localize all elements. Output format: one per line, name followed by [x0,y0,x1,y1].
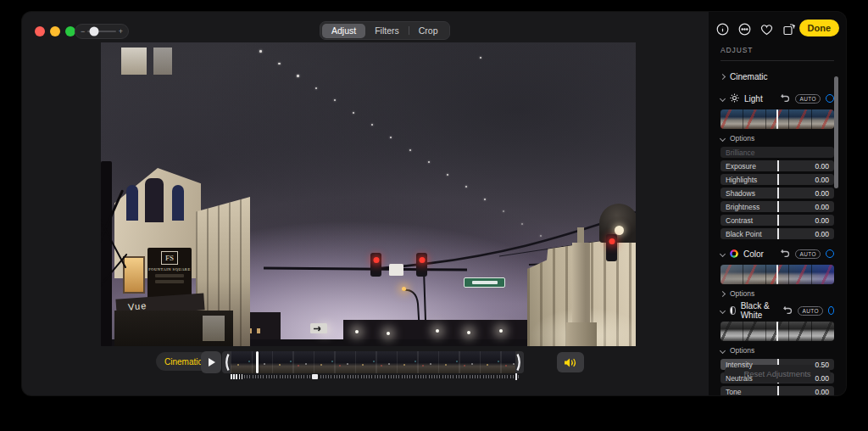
slider-label: Shadows [726,189,755,198]
section-black-white[interactable]: Black & White AUTO [721,304,834,317]
slider-brightness[interactable]: Brightness 0.00 [721,201,834,212]
slider-handle[interactable] [777,188,779,199]
slider-handle[interactable] [777,174,779,185]
trim-handle-left[interactable] [222,351,231,373]
slider-exposure[interactable]: Exposure 0.00 [721,160,834,171]
section-color[interactable]: Color AUTO [721,247,834,260]
slider-label: Neutrals [726,374,753,383]
fs-sign-line [155,280,184,283]
monument-statue [577,227,584,244]
enabled-toggle[interactable] [826,94,834,103]
color-options-toggle[interactable]: Options [721,288,834,299]
minimize-button[interactable] [50,26,60,36]
ellipsis-icon [738,23,751,36]
auto-button[interactable]: AUTO [798,306,823,316]
video-scrubber[interactable] [222,351,524,373]
fs-monogram: FS [161,251,178,265]
slider-black-point[interactable]: Black Point 0.00 [721,228,834,239]
slider-handle[interactable] [777,160,779,171]
slider-contrast[interactable]: Contrast 0.00 [721,215,834,226]
tab-filters[interactable]: Filters [365,24,409,38]
slider-highlights[interactable]: Highlights 0.00 [721,174,834,185]
chevron-down-icon [720,135,726,141]
undo-button[interactable] [781,93,790,104]
chevron-down-icon [720,95,726,101]
rotate-icon [782,23,795,36]
street-lamp [402,287,406,291]
chevron-down-icon [720,347,726,353]
mute-button[interactable] [557,352,584,372]
zoom-in-icon[interactable]: + [119,28,123,36]
chevron-right-icon [720,73,726,79]
edit-mode-tabs: Adjust Filters Crop [320,21,450,40]
options-label: Options [730,289,754,298]
section-light[interactable]: Light AUTO [721,92,834,105]
timeline-ticks[interactable] [231,375,519,378]
play-icon [209,358,215,367]
info-button[interactable] [715,22,730,36]
bw-preview-strip[interactable] [721,322,834,341]
undo-button[interactable] [781,249,790,259]
tab-adjust[interactable]: Adjust [322,24,365,38]
undo-button[interactable] [783,305,793,316]
slider-handle[interactable] [777,228,779,239]
slider-label: Black Point [726,230,762,238]
sidebar-scrollbar[interactable] [834,76,838,188]
monument-base [566,322,597,346]
trim-handle-right[interactable] [515,351,524,373]
dome [599,204,636,243]
close-button[interactable] [35,26,45,36]
light-options-toggle[interactable]: Options [721,132,834,144]
street-name-sign [464,277,505,288]
light-preview-strip[interactable] [721,109,834,129]
tab-crop[interactable]: Crop [409,24,448,38]
heart-icon [760,24,773,36]
color-icon [730,249,738,258]
clock-face [615,226,624,235]
street-light-glow [467,331,470,334]
playhead[interactable] [256,351,259,373]
zoom-slider[interactable]: − + [75,24,129,39]
favorite-button[interactable] [760,22,774,36]
slider-value: 0.00 [815,230,829,238]
slider-shadows[interactable]: Shadows 0.00 [721,188,834,199]
adjust-panel-title: ADJUST [721,46,834,61]
auto-button[interactable]: AUTO [795,249,821,259]
slider-label: Exposure [726,162,756,171]
black-white-icon [730,306,736,315]
traffic-light [606,234,617,261]
slider-label: Contrast [726,216,753,225]
enabled-toggle[interactable] [828,306,834,315]
slider-handle[interactable] [777,215,779,226]
traffic-light [370,253,381,277]
zoom-out-icon[interactable]: − [81,28,85,36]
zoom-slider-track[interactable] [87,31,115,32]
red-signal [609,238,615,244]
more-button[interactable] [737,22,752,36]
red-signal [419,257,425,263]
color-preview-strip[interactable] [721,265,834,284]
slider-tone[interactable]: Tone 0.00 [721,386,834,395]
enabled-toggle[interactable] [826,249,834,258]
section-label: Black & White [741,301,774,320]
slider-label: Highlights [726,176,757,184]
done-button[interactable]: Done [799,20,840,36]
traffic-light [416,253,427,277]
rotate-button[interactable] [782,22,796,36]
bw-options-toggle[interactable]: Options [721,344,834,356]
street-light-glow [387,332,390,335]
slider-handle[interactable] [777,386,779,395]
filmstrip-frames[interactable] [231,351,515,373]
tree-silhouette [101,161,112,346]
building-window [145,178,164,222]
street-light-glow [355,330,359,333]
slider-handle[interactable] [777,201,779,212]
zoom-slider-knob[interactable] [89,27,98,36]
play-button[interactable] [201,351,221,373]
fs-sign-text: FOUNTAIN SQUARE [148,267,190,271]
slider-label: Brilliance [726,148,755,157]
info-icon [716,23,729,36]
auto-button[interactable]: AUTO [795,94,821,104]
section-cinematic[interactable]: Cinematic [721,70,834,83]
slider-brilliance[interactable]: Brilliance [721,147,834,158]
